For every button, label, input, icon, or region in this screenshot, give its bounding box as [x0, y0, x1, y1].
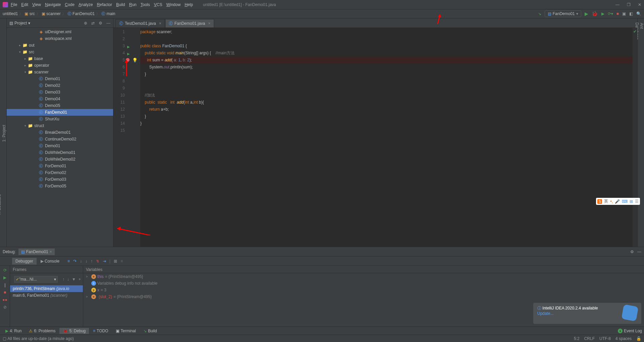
run-config-selector[interactable]: ▤ FanDemo01 ▾	[545, 10, 581, 17]
tree-item[interactable]: ⓒFanDemo01	[7, 109, 113, 116]
profile-icon[interactable]: ⟳▾	[608, 11, 613, 16]
variable-row[interactable]: >≡ this = {PrintStream@495}	[83, 273, 644, 280]
tree-item[interactable]: ⓒDemo05	[7, 102, 113, 109]
pause-icon[interactable]: ‖	[4, 283, 6, 287]
breadcrumb-item[interactable]: ⓒ main	[101, 11, 115, 17]
step-over-icon[interactable]: ↷	[73, 259, 77, 264]
tree-item[interactable]: ◈workspace.xml	[7, 35, 113, 42]
tree-item[interactable]: ⓒContinueDemo02	[7, 136, 113, 142]
menu-view[interactable]: View	[32, 2, 41, 7]
menu-run[interactable]: Run	[129, 2, 137, 7]
tree-item[interactable]: ▸📁out	[7, 42, 113, 49]
tree-item[interactable]: ◈uiDesigner.xml	[7, 28, 113, 35]
menu-edit[interactable]: Edit	[21, 2, 28, 7]
breadcrumb-item[interactable]: untitled1	[3, 11, 18, 16]
menu-build[interactable]: Build	[116, 2, 125, 7]
vcs-icon[interactable]: ◧	[629, 11, 633, 16]
frame-filter-icon[interactable]: ▼	[72, 277, 76, 282]
hide-icon[interactable]: —	[106, 21, 110, 25]
problems-tab[interactable]: ⚠ 6: Problems	[26, 328, 59, 334]
status-icon[interactable]: ▢	[3, 336, 6, 341]
stack-frame[interactable]: main:6, FanDemo01 (scanner)	[10, 292, 83, 299]
todo-tab[interactable]: ≡ TODO	[90, 328, 111, 334]
tree-item[interactable]: ⓒDemo01	[7, 75, 113, 82]
drop-frame-icon[interactable]: ↯	[96, 259, 99, 264]
tree-item[interactable]: ▸📁base	[7, 55, 113, 62]
variable-row[interactable]: >≡ (slot_2) = {PrintStream@495}	[83, 293, 644, 300]
debugger-tab[interactable]: Debugger	[12, 258, 37, 265]
breadcrumb-item[interactable]: ▣ src	[24, 11, 35, 16]
tree-item[interactable]: ▾📁src	[7, 49, 113, 55]
caret-position[interactable]: 5:2	[574, 336, 580, 341]
frame-down-icon[interactable]: ↓	[67, 277, 69, 282]
menu-tools[interactable]: Tools	[141, 2, 150, 7]
trace-icon[interactable]: ≡	[120, 259, 123, 264]
close-icon[interactable]: ✕	[638, 2, 641, 7]
tree-item[interactable]: ⓒDemo02	[7, 82, 113, 89]
tree-item[interactable]: ⓒDoWhileDemo01	[7, 149, 113, 156]
indent-info[interactable]: 4 spaces	[615, 336, 632, 341]
variable-row[interactable]: i Variables debug info not available	[83, 280, 644, 287]
menu-vcs[interactable]: VCS	[154, 2, 162, 7]
menu-code[interactable]: Code	[65, 2, 75, 7]
console-tab[interactable]: ▶ Console	[37, 258, 63, 265]
menu-window[interactable]: Window	[166, 2, 181, 7]
debug-hide-icon[interactable]: —	[637, 249, 641, 254]
debug-tab[interactable]: 🐞 5: Debug	[59, 328, 89, 334]
step-out-icon[interactable]: ↑	[91, 259, 93, 264]
menu-help[interactable]: Help	[185, 2, 193, 7]
code-area[interactable]: package scanner;public class FanDemo01 {…	[140, 28, 633, 247]
variable-row[interactable]: p x = 3	[83, 287, 644, 293]
update-link[interactable]: Update...	[537, 311, 623, 316]
tree-item[interactable]: ⓒBreakDemo01	[7, 129, 113, 136]
show-execution-icon[interactable]: ≡	[67, 259, 70, 264]
stop-debug-icon[interactable]: ■	[4, 290, 6, 295]
maximize-icon[interactable]: ❐	[627, 2, 631, 7]
terminal-tab[interactable]: ▣ Terminal	[112, 328, 139, 334]
frame-add-icon[interactable]: +	[79, 277, 81, 282]
tree-item[interactable]: ⓒForDemo01	[7, 163, 113, 169]
tree-item[interactable]: ⓒShunXu	[7, 116, 113, 122]
breadcrumb-item[interactable]: ▣ scanner	[42, 11, 61, 16]
tree-item[interactable]: ▾📁scanner	[7, 69, 113, 75]
tree-item[interactable]: ▾📁struct	[7, 122, 113, 129]
update-notification[interactable]: ⓘ IntelliJ IDEA 2020.2.4 available Updat…	[533, 303, 641, 324]
ime-toolbar[interactable]: S 英•, 🎤⌨⊞☰	[596, 198, 640, 205]
tree-item[interactable]: ⓒDemo04	[7, 96, 113, 102]
stack-frame[interactable]: println:736, PrintStream (java.io	[10, 285, 83, 292]
tree-item[interactable]: ▸📁operator	[7, 62, 113, 69]
breadcrumb-item[interactable]: ⓒ FanDemo01	[67, 11, 95, 17]
run-to-cursor-icon[interactable]: ⇥	[103, 259, 106, 264]
run-tab[interactable]: ▶ 4: Run	[2, 328, 25, 334]
force-step-into-icon[interactable]: ↓	[85, 259, 87, 264]
breakpoints-icon[interactable]: ●●	[2, 297, 7, 302]
ant-tool-button[interactable]: Ant	[639, 23, 644, 245]
run-icon[interactable]: ▶	[585, 11, 588, 16]
rerun-icon[interactable]: ⟳	[3, 268, 7, 273]
menu-refactor[interactable]: Refactor	[97, 2, 112, 7]
project-tool-button[interactable]: 1: Project	[2, 21, 6, 245]
tree-item[interactable]: ⓒForDemo02	[7, 169, 113, 176]
expand-icon[interactable]: ⇄	[91, 21, 95, 25]
editor-tab[interactable]: ⓒFanDemo01.java×	[165, 19, 214, 27]
step-into-icon[interactable]: ↓	[80, 259, 82, 264]
tree-item[interactable]: ⓒDemo01	[7, 142, 113, 149]
thread-selector[interactable]: ✓ "ma...NI...▾	[14, 276, 58, 283]
layout-icon[interactable]: ▣	[622, 11, 626, 16]
debug-icon[interactable]: 🐞	[592, 11, 598, 17]
coverage-icon[interactable]: ▶	[601, 11, 604, 16]
project-tree[interactable]: ◈uiDesigner.xml◈workspace.xml▸📁out▾📁src▸…	[7, 28, 113, 247]
lock-icon[interactable]: 🔓	[636, 336, 641, 341]
event-log-tab[interactable]: Event Log	[624, 329, 642, 333]
tree-item[interactable]: ⓒDoWhileDemo02	[7, 156, 113, 163]
evaluate-icon[interactable]: ⊞	[114, 259, 117, 264]
debug-settings-icon[interactable]: ⚙	[630, 249, 634, 254]
build-tab[interactable]: ↘ Build	[140, 328, 160, 334]
locate-icon[interactable]: ⊕	[84, 21, 87, 25]
line-separator[interactable]: CRLF	[584, 336, 595, 341]
frame-up-icon[interactable]: ↑	[62, 277, 64, 282]
menu-file[interactable]: File	[11, 2, 17, 7]
stop-icon[interactable]: ■	[616, 11, 619, 16]
file-encoding[interactable]: UTF-8	[599, 336, 611, 341]
resume-icon[interactable]: ▶	[3, 275, 6, 280]
